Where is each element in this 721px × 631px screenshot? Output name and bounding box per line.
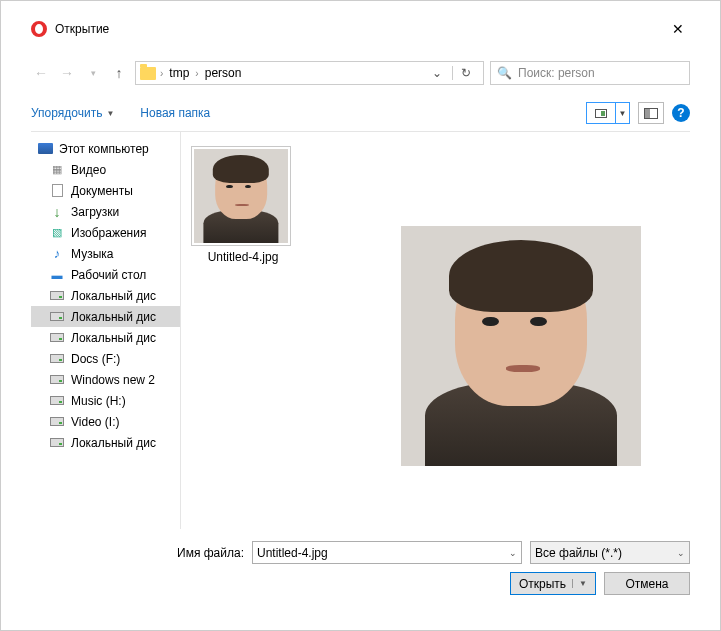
dialog-footer: Имя файла: Untitled-4.jpg ⌄ Все файлы (*… bbox=[31, 529, 690, 595]
file-list-pane: Untitled-4.jpg bbox=[181, 132, 690, 529]
recent-dropdown[interactable]: ▾ bbox=[83, 68, 103, 78]
chevron-down-icon: ⌄ bbox=[671, 548, 685, 558]
file-item[interactable]: Untitled-4.jpg bbox=[191, 146, 295, 264]
window-title: Открытие bbox=[55, 22, 109, 36]
drive-icon bbox=[49, 373, 65, 387]
dialog-body: Этот компьютер ▦Видео Документы ↓Загрузк… bbox=[31, 131, 690, 529]
tree-item-desktop[interactable]: ▬Рабочий стол bbox=[31, 264, 180, 285]
tree-item-drive[interactable]: Локальный дис bbox=[31, 285, 180, 306]
chevron-down-icon: ⌄ bbox=[503, 548, 517, 558]
chevron-down-icon: ▼ bbox=[615, 103, 629, 123]
organize-menu[interactable]: Упорядочить ▼ bbox=[31, 106, 114, 120]
chevron-icon: › bbox=[195, 68, 198, 79]
file-thumbnail bbox=[191, 146, 291, 246]
breadcrumb-item[interactable]: person bbox=[203, 66, 244, 80]
opera-icon bbox=[31, 21, 47, 37]
filetype-select[interactable]: Все файлы (*.*) ⌄ bbox=[530, 541, 690, 564]
document-icon bbox=[49, 184, 65, 198]
preview-pane bbox=[361, 146, 680, 515]
close-button[interactable]: ✕ bbox=[666, 17, 690, 41]
nav-row: ← → ▾ ↑ › tmp › person ⌄ ↻ 🔍 Поиск: pers… bbox=[31, 59, 690, 87]
music-icon: ♪ bbox=[49, 247, 65, 261]
search-icon: 🔍 bbox=[497, 66, 512, 80]
tree-item-drive-selected[interactable]: Локальный дис bbox=[31, 306, 180, 327]
tree-root[interactable]: Этот компьютер bbox=[31, 138, 180, 159]
tree-item-drive[interactable]: Video (I:) bbox=[31, 411, 180, 432]
tree-item-drive[interactable]: Music (H:) bbox=[31, 390, 180, 411]
file-name-label: Untitled-4.jpg bbox=[191, 250, 295, 264]
drive-icon bbox=[49, 436, 65, 450]
drive-icon bbox=[49, 394, 65, 408]
search-placeholder: Поиск: person bbox=[518, 66, 595, 80]
filename-label: Имя файла: bbox=[177, 546, 244, 560]
breadcrumb-item[interactable]: tmp bbox=[167, 66, 191, 80]
cancel-button[interactable]: Отмена bbox=[604, 572, 690, 595]
drive-icon bbox=[49, 331, 65, 345]
desktop-icon: ▬ bbox=[49, 268, 65, 282]
drive-icon bbox=[49, 289, 65, 303]
tree-item-drive[interactable]: Локальный дис bbox=[31, 327, 180, 348]
video-icon: ▦ bbox=[49, 163, 65, 177]
download-icon: ↓ bbox=[49, 205, 65, 219]
refresh-button[interactable]: ↻ bbox=[452, 66, 479, 80]
tree-item-drive[interactable]: Локальный дис bbox=[31, 432, 180, 453]
image-icon: ▧ bbox=[49, 226, 65, 240]
search-input[interactable]: 🔍 Поиск: person bbox=[490, 61, 690, 85]
up-button[interactable]: ↑ bbox=[109, 65, 129, 81]
titlebar: Открытие ✕ bbox=[31, 15, 690, 43]
filename-input[interactable]: Untitled-4.jpg ⌄ bbox=[252, 541, 522, 564]
path-history-dropdown[interactable]: ⌄ bbox=[426, 66, 448, 80]
view-mode-selector[interactable]: ▼ bbox=[586, 102, 630, 124]
chevron-down-icon: ▼ bbox=[106, 109, 114, 118]
drive-icon bbox=[49, 415, 65, 429]
thumbnails-icon bbox=[595, 109, 607, 118]
preview-pane-icon bbox=[644, 108, 658, 119]
preview-image bbox=[401, 226, 641, 466]
file-open-dialog: Открытие ✕ ← → ▾ ↑ › tmp › person ⌄ ↻ 🔍 … bbox=[0, 0, 721, 631]
help-button[interactable]: ? bbox=[672, 104, 690, 122]
toolbar: Упорядочить ▼ Новая папка ▼ ? bbox=[31, 95, 690, 131]
tree-item-documents[interactable]: Документы bbox=[31, 180, 180, 201]
drive-icon bbox=[49, 352, 65, 366]
open-button[interactable]: Открыть▼ bbox=[510, 572, 596, 595]
open-dropdown-icon[interactable]: ▼ bbox=[572, 579, 587, 588]
address-bar[interactable]: › tmp › person ⌄ ↻ bbox=[135, 61, 484, 85]
folder-icon bbox=[140, 67, 156, 80]
back-button[interactable]: ← bbox=[31, 65, 51, 81]
tree-item-pictures[interactable]: ▧Изображения bbox=[31, 222, 180, 243]
tree-item-drive[interactable]: Windows new 2 bbox=[31, 369, 180, 390]
forward-button[interactable]: → bbox=[57, 65, 77, 81]
tree-item-music[interactable]: ♪Музыка bbox=[31, 243, 180, 264]
computer-icon bbox=[38, 143, 53, 154]
tree-item-downloads[interactable]: ↓Загрузки bbox=[31, 201, 180, 222]
tree-item-drive[interactable]: Docs (F:) bbox=[31, 348, 180, 369]
new-folder-button[interactable]: Новая папка bbox=[140, 106, 210, 120]
drive-icon bbox=[49, 310, 65, 324]
preview-pane-toggle[interactable] bbox=[638, 102, 664, 124]
nav-tree: Этот компьютер ▦Видео Документы ↓Загрузк… bbox=[31, 132, 181, 529]
chevron-icon: › bbox=[160, 68, 163, 79]
tree-item-videos[interactable]: ▦Видео bbox=[31, 159, 180, 180]
